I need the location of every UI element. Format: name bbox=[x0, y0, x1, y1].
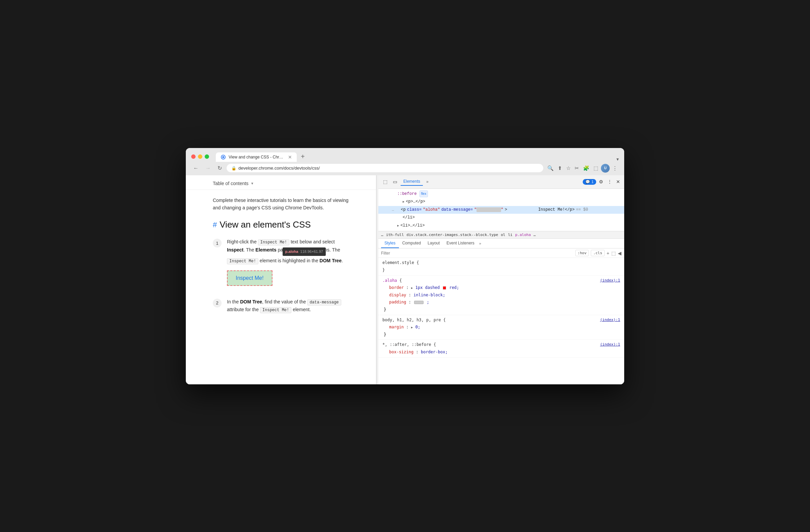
display-name: display bbox=[389, 293, 406, 297]
device-toggle-button[interactable]: ▭ bbox=[391, 178, 399, 186]
li-close-tag: </li> bbox=[403, 214, 415, 221]
devtools-close-button[interactable]: ✕ bbox=[615, 178, 621, 186]
title-bar: View and change CSS - Chrom... ✕ + ▾ bbox=[186, 148, 624, 162]
layout-tab[interactable]: Layout bbox=[424, 239, 443, 248]
menu-icon[interactable]: ⋮ bbox=[611, 164, 619, 172]
body-rule: (index):1 body, h1, h2, h3, p, pre { mar… bbox=[378, 315, 624, 340]
tab-favicon bbox=[221, 154, 226, 160]
search-icon[interactable]: 🔍 bbox=[546, 164, 555, 172]
filter-input[interactable] bbox=[381, 251, 572, 255]
active-tab[interactable]: View and change CSS - Chrom... ✕ bbox=[216, 152, 297, 162]
badge-count: 1 bbox=[592, 180, 594, 184]
display-prop: display : inline-block; bbox=[383, 292, 620, 299]
breadcrumb-bar: … ith-full div.stack.center-images.stack… bbox=[378, 231, 624, 239]
user-avatar[interactable]: U bbox=[601, 164, 610, 172]
computed-tab[interactable]: Computed bbox=[399, 239, 424, 248]
step-2-text: In the DOM Tree, find the value of the d… bbox=[227, 298, 349, 314]
dom-line-p-aloha[interactable]: … <p class= "aloha" data-message= "█████… bbox=[378, 206, 624, 214]
address-field[interactable]: 🔒 developer.chrome.com/docs/devtools/css… bbox=[227, 164, 543, 172]
p-data-msg-value: "██████████" bbox=[474, 206, 503, 214]
universal-source[interactable]: (index):1 bbox=[600, 341, 620, 348]
heading-text: View an element's CSS bbox=[220, 219, 311, 230]
more-options-button[interactable]: ⋮ bbox=[606, 178, 613, 186]
cls-filter-button[interactable]: .cls bbox=[591, 250, 605, 256]
expand-triangle[interactable]: ▶ bbox=[403, 199, 404, 205]
toc-header[interactable]: Table of contents ▾ bbox=[186, 175, 376, 190]
before-pseudo: ::before bbox=[397, 190, 417, 198]
intro-text: Complete these interactive tutorials to … bbox=[213, 197, 349, 212]
share-icon[interactable]: ⬆ bbox=[556, 164, 564, 172]
back-button[interactable]: ← bbox=[191, 165, 201, 172]
step-1-text: Right-click the Inspect Me! text below a… bbox=[227, 238, 349, 291]
extension-icon[interactable]: 🧩 bbox=[582, 164, 591, 172]
border-triangle[interactable]: ▶ bbox=[411, 286, 413, 289]
traffic-lights bbox=[191, 154, 209, 159]
elements-keyword: Elements bbox=[256, 247, 276, 252]
toc-expand-icon[interactable]: ▾ bbox=[251, 181, 253, 186]
step-list: 1 Right-click the Inspect Me! text below… bbox=[213, 238, 349, 314]
flex-badge: flex bbox=[420, 190, 428, 197]
notifications-badge[interactable]: 💬 1 bbox=[583, 179, 596, 185]
bc-ol[interactable]: ol bbox=[501, 233, 505, 237]
settings-button[interactable]: ⚙ bbox=[598, 178, 605, 186]
bc-div-stack[interactable]: div.stack.center-images.stack--block.typ… bbox=[407, 233, 498, 237]
red-color-swatch[interactable] bbox=[443, 286, 446, 289]
body-source[interactable]: (index):1 bbox=[600, 317, 620, 323]
maximize-traffic-light[interactable] bbox=[205, 154, 209, 159]
new-tab-button[interactable]: + bbox=[298, 151, 308, 162]
add-style-button[interactable]: + bbox=[607, 250, 609, 256]
bc-ellipsis[interactable]: … bbox=[381, 233, 384, 237]
dom-tree-keyword: DOM Tree bbox=[320, 258, 342, 263]
border-name: border bbox=[389, 285, 404, 290]
hov-filter-button[interactable]: :hov bbox=[575, 250, 589, 256]
more-tabs-button[interactable]: » bbox=[424, 178, 431, 185]
bc-li[interactable]: li bbox=[508, 233, 512, 237]
minimize-traffic-light[interactable] bbox=[198, 154, 202, 159]
page-content: Complete these interactive tutorials to … bbox=[186, 190, 376, 328]
bc-end-ellipsis[interactable]: … bbox=[534, 233, 536, 237]
dom-line-p-collapsed: ▶ <p>…</p> bbox=[378, 198, 624, 206]
inspect-keyword: Inspect bbox=[227, 247, 243, 252]
event-listeners-tab[interactable]: Event Listeners bbox=[443, 239, 478, 248]
styles-tab[interactable]: Styles bbox=[381, 239, 399, 248]
step-1-number: 1 bbox=[213, 239, 222, 247]
close-traffic-light[interactable] bbox=[191, 154, 196, 159]
p-content: Inspect Me!</p> bbox=[538, 206, 574, 214]
p-class-attr: class= bbox=[407, 206, 422, 214]
section-heading: # View an element's CSS bbox=[213, 219, 349, 230]
profile-icon[interactable]: ⬚ bbox=[592, 164, 600, 172]
inspect-me-inline-2: Inspect Me! bbox=[227, 258, 258, 264]
filter-actions: :hov .cls + ⬚ ◀ bbox=[575, 250, 621, 256]
refresh-button[interactable]: ↻ bbox=[215, 164, 224, 172]
border-value: 1px dashed bbox=[416, 285, 442, 290]
dom-line-li-close: </li> bbox=[378, 214, 624, 222]
bc-ith-full[interactable]: ith-full bbox=[386, 233, 404, 237]
main-content: Table of contents ▾ Complete these inter… bbox=[186, 175, 624, 384]
aloha-source[interactable]: (index):1 bbox=[600, 277, 620, 284]
more-tabs-icon[interactable]: » bbox=[479, 242, 481, 246]
styles-panel: Styles Computed Layout Event Listeners »… bbox=[378, 239, 624, 384]
body-selector: body, h1, h2, h3, p, pre { bbox=[383, 318, 446, 322]
cut-icon[interactable]: ✂ bbox=[573, 164, 580, 172]
margin-triangle[interactable]: ▶ bbox=[411, 326, 413, 329]
devtools-panel: ⬚ ▭ Elements » 💬 1 ⚙ ⋮ ✕ ::before flex bbox=[378, 175, 624, 384]
inspect-me-inline-3: Inspect Me! bbox=[260, 307, 291, 313]
toc-label: Table of contents bbox=[213, 181, 248, 186]
padding-value: ; bbox=[427, 300, 429, 304]
forward-button[interactable]: → bbox=[203, 165, 213, 172]
body-close: } bbox=[383, 331, 620, 338]
li-expand-triangle[interactable]: ▶ bbox=[397, 223, 399, 229]
toggle-sidebar-button[interactable]: ◀ bbox=[618, 250, 621, 256]
tab-close-button[interactable]: ✕ bbox=[288, 154, 292, 160]
aloha-close: } bbox=[383, 306, 620, 314]
elements-tab[interactable]: Elements bbox=[401, 178, 423, 186]
bookmark-icon[interactable]: ☆ bbox=[565, 164, 572, 172]
browser-window: View and change CSS - Chrom... ✕ + ▾ ← →… bbox=[186, 148, 624, 384]
inspect-me-inline-1: Inspect Me! bbox=[258, 239, 289, 246]
element-picker-button[interactable]: ⬚ bbox=[381, 178, 389, 186]
inspect-me-button[interactable]: Inspect Me! bbox=[227, 270, 273, 286]
bc-p-aloha[interactable]: p.aloha bbox=[515, 233, 531, 237]
p-tag-close: > bbox=[505, 206, 507, 214]
new-style-rule-button[interactable]: ⬚ bbox=[611, 250, 616, 256]
dom-ellipsis: … bbox=[392, 207, 394, 213]
